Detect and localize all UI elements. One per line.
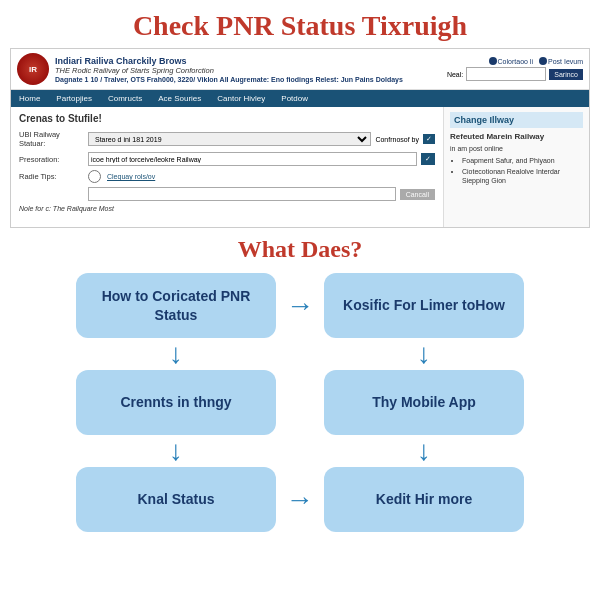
- site-logo: IR: [17, 53, 49, 85]
- flow-bottom-row: Knal Status ← Kedit Hir more: [12, 467, 588, 532]
- presentation-input[interactable]: [88, 152, 417, 166]
- website-mockup: IR Indiari Railiva Charckily Brows THE R…: [10, 48, 590, 228]
- colortan-link[interactable]: Colortaoo li: [489, 57, 533, 65]
- header-links: Colortaoo li Post Ievum: [489, 57, 583, 65]
- arrow-down-2: ↓: [417, 338, 431, 370]
- station-row: UBI Railway Statuar: Stareo d ini 181 20…: [19, 130, 435, 148]
- note-label: Nole for c:: [19, 205, 51, 212]
- nav-potdow[interactable]: Potdow: [273, 90, 316, 107]
- nav-home[interactable]: Home: [11, 90, 48, 107]
- flow-box-6: Kedit Hir more: [324, 467, 524, 532]
- cancel-button[interactable]: Cancall: [400, 189, 435, 200]
- nav-partopjies[interactable]: Partopjies: [48, 90, 100, 107]
- arrow-left: ←: [286, 484, 314, 516]
- sidebar-title: Change Illway: [450, 112, 583, 128]
- form-title: Crenas to Stufile!: [19, 113, 435, 124]
- search-input[interactable]: [466, 67, 546, 81]
- flow-mid-arrow-top: →: [286, 273, 314, 338]
- list-item: Ciotecotionan Realolve Interdar Siepping…: [462, 167, 583, 185]
- page-title: Check PNR Status Tixruigh: [0, 0, 600, 48]
- confirmation-label: Confrnosof by: [375, 136, 419, 143]
- search-label: Neal:: [447, 71, 463, 78]
- arrow-down-1: ↓: [169, 338, 183, 370]
- link-icon-2: [539, 57, 547, 65]
- nav-cantor-hivley[interactable]: Cantor Hivley: [209, 90, 273, 107]
- flow-box-2: Kosific For Limer toHow: [324, 273, 524, 338]
- nav-ace-souries[interactable]: Ace Souries: [150, 90, 209, 107]
- presentation-label: Presoration:: [19, 155, 84, 164]
- note-row: Nole for c: The Railquare Most: [19, 205, 435, 212]
- post-ievum-link[interactable]: Post Ievum: [539, 57, 583, 65]
- presentation-row: Presoration: ✓: [19, 152, 435, 166]
- site-nav: Home Partopjies Comructs Ace Souries Can…: [11, 90, 589, 107]
- site-header-text: Indiari Railiva Charckily Brows THE Rodi…: [55, 56, 447, 83]
- station-select[interactable]: Stareo d ini 181 2019: [88, 132, 371, 146]
- radio-label: Radie Tips:: [19, 172, 84, 181]
- site-sidebar: Change Illway Refeuted Marein Railway in…: [444, 107, 589, 227]
- search-row: Neal: Sarinco: [447, 67, 583, 81]
- flow-right-col: Kosific For Limer toHow ↓ Thy Mobile App…: [324, 273, 524, 467]
- flow-box-3: Crennts in thngy: [76, 370, 276, 435]
- sidebar-section-title: Refeuted Marein Railway: [450, 132, 583, 141]
- flow-box-1: How to Coricated PNR Status: [76, 273, 276, 338]
- arrow-down-3: ↓: [169, 435, 183, 467]
- note-value: The Railquare Most: [53, 205, 114, 212]
- confirm-button[interactable]: ✓: [423, 134, 435, 144]
- list-item: Foapment Safur, and Phiyaon: [462, 156, 583, 165]
- action-input[interactable]: [88, 187, 396, 201]
- breadcrumb: Dagnate 1 10 / Tralver, OTS Frah000, 322…: [55, 76, 447, 83]
- radio-hint[interactable]: Clequay rols/ov: [107, 173, 155, 180]
- what-title: What Daes?: [238, 236, 363, 262]
- action-row: Cancall: [19, 187, 435, 201]
- what-section: What Daes?: [0, 228, 600, 267]
- org-tagline: THE Rodic Railivay of Starts Spring Conf…: [55, 66, 447, 75]
- flow-top-row: How to Coricated PNR Status ↓ Crennts in…: [12, 273, 588, 467]
- flow-left-col: How to Coricated PNR Status ↓ Crennts in…: [76, 273, 276, 467]
- site-header: IR Indiari Railiva Charckily Brows THE R…: [11, 49, 589, 90]
- sidebar-list: Foapment Safur, and Phiyaon Ciotecotiona…: [450, 156, 583, 185]
- station-label: UBI Railway Statuar:: [19, 130, 84, 148]
- link-icon-1: [489, 57, 497, 65]
- radio-row: Radie Tips: Clequay rols/ov: [19, 170, 435, 183]
- arrow-down-4: ↓: [417, 435, 431, 467]
- sidebar-section-subtitle: in am post online: [450, 144, 583, 153]
- flow-diagram: How to Coricated PNR Status ↓ Crennts in…: [0, 267, 600, 542]
- presentation-btn[interactable]: ✓: [421, 153, 435, 165]
- flow-box-5: Knal Status: [76, 467, 276, 532]
- site-header-right: Colortaoo li Post Ievum Neal: Sarinco: [447, 57, 583, 81]
- flow-box-4: Thy Mobile App: [324, 370, 524, 435]
- search-button[interactable]: Sarinco: [549, 69, 583, 80]
- org-name: Indiari Railiva Charckily Brows: [55, 56, 447, 66]
- nav-comructs[interactable]: Comructs: [100, 90, 150, 107]
- site-form-area: Crenas to Stufile! UBI Railway Statuar: …: [11, 107, 444, 227]
- site-main: Crenas to Stufile! UBI Railway Statuar: …: [11, 107, 589, 227]
- radio-input[interactable]: [88, 170, 101, 183]
